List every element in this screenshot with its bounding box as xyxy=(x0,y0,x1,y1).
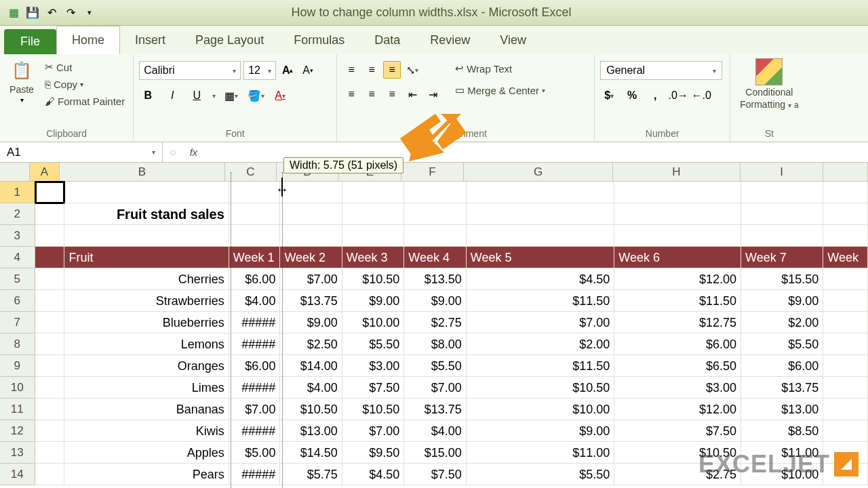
cell[interactable]: $3.00 xyxy=(614,377,741,399)
cell[interactable]: $7.00 xyxy=(280,268,342,290)
borders-button[interactable]: ▦▾ xyxy=(222,87,240,104)
cell[interactable] xyxy=(741,225,823,247)
cell[interactable]: $9.00 xyxy=(404,290,466,312)
align-left-icon[interactable]: ≡ xyxy=(342,85,360,103)
tab-home[interactable]: Home xyxy=(56,26,120,54)
cell[interactable] xyxy=(823,377,868,399)
cell[interactable]: $7.00 xyxy=(404,377,466,399)
cell[interactable]: Limes xyxy=(64,377,229,399)
cell[interactable] xyxy=(35,442,65,464)
cell[interactable] xyxy=(35,182,65,203)
cell[interactable]: $4.50 xyxy=(467,268,615,290)
align-right-icon[interactable]: ≡ xyxy=(383,85,401,103)
cell[interactable] xyxy=(823,290,868,312)
cell[interactable]: Bananas xyxy=(64,399,229,420)
merge-center-button[interactable]: ▭ Merge & Center ▾ xyxy=(452,83,548,98)
cell[interactable]: $5.00 xyxy=(229,442,281,464)
cell[interactable]: $8.50 xyxy=(741,420,823,442)
cell[interactable]: ##### xyxy=(229,420,281,442)
save-icon[interactable]: 💾 xyxy=(24,5,41,21)
cell[interactable]: $4.00 xyxy=(229,290,281,312)
font-size-select[interactable]: 12▾ xyxy=(243,61,276,80)
cell[interactable]: $13.00 xyxy=(741,399,823,420)
align-middle-icon[interactable]: ≡ xyxy=(363,61,380,79)
cell[interactable]: $5.50 xyxy=(467,464,615,485)
cell[interactable] xyxy=(280,203,342,225)
cell[interactable]: $10.00 xyxy=(342,312,404,333)
font-name-select[interactable]: Calibri▾ xyxy=(139,61,241,80)
cell[interactable]: $7.50 xyxy=(614,420,741,442)
cell[interactable]: $2.50 xyxy=(280,333,342,355)
row-header-2[interactable]: 2 xyxy=(0,203,35,225)
row-header-13[interactable]: 13 xyxy=(0,442,35,464)
cell[interactable]: Lemons xyxy=(64,333,229,355)
row-header-10[interactable]: 10 xyxy=(0,377,35,399)
tab-formulas[interactable]: Formulas xyxy=(279,26,359,54)
cell[interactable]: $7.50 xyxy=(404,464,466,485)
cell[interactable]: $14.00 xyxy=(280,355,342,377)
cell[interactable]: $5.50 xyxy=(342,333,404,355)
cell[interactable] xyxy=(467,182,615,203)
cell[interactable]: Kiwis xyxy=(64,420,229,442)
cell[interactable] xyxy=(614,225,741,247)
cell[interactable] xyxy=(823,268,868,290)
row-header-12[interactable]: 12 xyxy=(0,420,35,442)
cell[interactable]: ##### xyxy=(229,333,281,355)
cell[interactable] xyxy=(35,355,65,377)
cell[interactable]: $3.00 xyxy=(342,355,404,377)
paste-button[interactable]: 📋 Paste ▾ xyxy=(5,57,38,127)
cell[interactable]: ##### xyxy=(229,312,281,333)
cell[interactable]: $10.50 xyxy=(342,268,404,290)
cell[interactable] xyxy=(35,312,65,333)
cell[interactable]: ##### xyxy=(229,377,281,399)
cell[interactable]: Oranges xyxy=(64,355,229,377)
cell[interactable] xyxy=(35,333,65,355)
cell[interactable] xyxy=(823,182,868,203)
column-header-I[interactable]: I xyxy=(741,163,823,182)
fill-color-button[interactable]: 🪣▾ xyxy=(247,87,264,104)
cell[interactable] xyxy=(35,420,65,442)
cell[interactable]: $6.50 xyxy=(614,355,741,377)
wrap-text-button[interactable]: ↩ Wrap Text xyxy=(452,61,548,76)
excel-app-icon[interactable]: ▦ xyxy=(5,5,22,21)
cell[interactable]: $9.00 xyxy=(467,420,615,442)
cell[interactable]: Blueberries xyxy=(64,312,229,333)
column-header-x[interactable] xyxy=(823,163,868,182)
table-header-cell[interactable]: Week xyxy=(823,247,868,268)
conditional-formatting-button[interactable]: Conditional Formatting ▾ a xyxy=(736,57,802,111)
cell[interactable] xyxy=(823,355,868,377)
cell[interactable] xyxy=(614,203,741,225)
cell[interactable] xyxy=(614,182,741,203)
decrease-indent-icon[interactable]: ⇤ xyxy=(403,85,421,103)
table-header-cell[interactable]: Week 4 xyxy=(404,247,466,268)
column-header-G[interactable]: G xyxy=(464,163,613,182)
cell[interactable] xyxy=(823,420,868,442)
row-header-3[interactable]: 3 xyxy=(0,225,35,247)
cell[interactable]: $13.75 xyxy=(741,377,823,399)
cell[interactable]: $12.00 xyxy=(614,268,741,290)
table-header-cell[interactable]: Week 1 xyxy=(229,247,281,268)
percent-button[interactable]: % xyxy=(623,87,641,104)
column-header-C[interactable]: C xyxy=(225,163,277,182)
tab-view[interactable]: View xyxy=(485,26,541,54)
cell[interactable] xyxy=(35,203,65,225)
cell[interactable]: $7.00 xyxy=(229,399,281,420)
cell[interactable] xyxy=(404,225,466,247)
cell[interactable] xyxy=(35,399,65,420)
cell[interactable]: Strawberries xyxy=(64,290,229,312)
cell[interactable] xyxy=(280,225,342,247)
comma-style-button[interactable]: , xyxy=(646,87,664,104)
cell[interactable] xyxy=(342,225,404,247)
cancel-icon[interactable]: ○ xyxy=(170,146,176,159)
cell[interactable] xyxy=(64,225,229,247)
cell[interactable]: $7.00 xyxy=(467,312,615,333)
cell[interactable]: $6.00 xyxy=(614,333,741,355)
table-header-cell[interactable]: Week 6 xyxy=(614,247,741,268)
cell[interactable]: $6.00 xyxy=(229,268,281,290)
cell[interactable]: $5.50 xyxy=(741,333,823,355)
cell[interactable]: $9.00 xyxy=(280,312,342,333)
cell[interactable] xyxy=(35,464,65,485)
increase-indent-icon[interactable]: ⇥ xyxy=(424,85,441,103)
cell[interactable]: $10.50 xyxy=(342,399,404,420)
cell[interactable]: $5.50 xyxy=(404,355,466,377)
